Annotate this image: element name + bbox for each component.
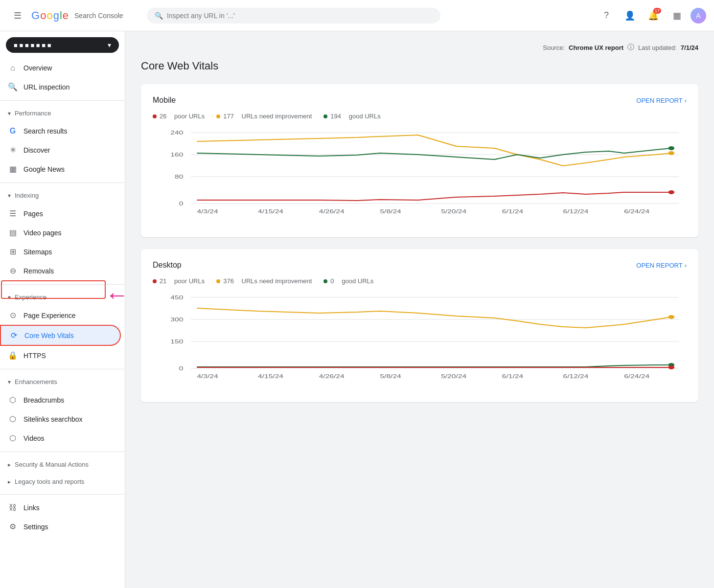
- section-enhancements[interactable]: ▾ Enhancements: [0, 373, 125, 390]
- notifications-button[interactable]: 🔔 17: [644, 6, 663, 25]
- svg-text:4/15/24: 4/15/24: [258, 374, 283, 379]
- svg-text:4/26/24: 4/26/24: [319, 209, 345, 214]
- mobile-improvement-label: URLs need improvement: [242, 113, 312, 120]
- svg-text:5/20/24: 5/20/24: [441, 374, 466, 379]
- mobile-poor-count: 26: [160, 113, 166, 120]
- mobile-open-report-label: OPEN REPORT: [636, 97, 682, 104]
- https-icon: 🔒: [8, 351, 18, 360]
- mobile-chart-svg: 240 160 80 0 4/3/24 4/15/24 4/26/24 5/8/…: [153, 128, 687, 226]
- mobile-poor-legend: 26 poor URLs: [153, 113, 205, 120]
- topbar-actions: ? 👤 🔔 17 ▦ A: [597, 6, 706, 25]
- svg-text:150: 150: [170, 339, 183, 344]
- topbar: ☰ Google Search Console 🔍 ? 👤 🔔 17 ▦ A: [0, 0, 714, 31]
- svg-text:4/3/24: 4/3/24: [197, 209, 218, 214]
- logo-o-red: o: [40, 9, 46, 22]
- arrow-right-icon: ›: [685, 97, 687, 104]
- desktop-legend: 21 poor URLs 376 URLs need improvement 0…: [153, 277, 687, 285]
- sidebar-item-url-inspection[interactable]: 🔍 URL inspection: [0, 77, 121, 96]
- desktop-good-count: 0: [330, 277, 334, 285]
- desktop-card-title: Desktop: [153, 261, 182, 270]
- notification-badge: 17: [653, 8, 661, 14]
- desktop-card: Desktop OPEN REPORT › 21 poor URLs 376 U…: [141, 249, 698, 402]
- sidebar-item-sitemaps[interactable]: ⊞ Sitemaps: [0, 242, 121, 261]
- nav-label-page-experience: Page Experience: [23, 312, 76, 319]
- nav-label-url-inspection: URL inspection: [23, 83, 69, 91]
- good-dot: [323, 114, 327, 118]
- help-icon[interactable]: ?: [597, 6, 616, 25]
- section-performance[interactable]: ▾ Performance: [0, 105, 125, 122]
- poor-dot: [153, 114, 157, 118]
- page-experience-icon: ⊙: [8, 311, 18, 320]
- divider-2: [0, 182, 125, 183]
- sidebar-item-sitelinks-searchbox[interactable]: ⬡ Sitelinks searchbox: [0, 409, 121, 426]
- nav-label-breadcrumbs: Breadcrumbs: [23, 396, 64, 404]
- property-selector[interactable]: ■ ■ ■ ■ ■ ■ ■ ▾: [6, 37, 119, 53]
- svg-text:0: 0: [179, 201, 184, 206]
- desktop-open-report-link[interactable]: OPEN REPORT ›: [636, 262, 687, 269]
- sidebar-item-core-web-vitals[interactable]: ⟳ Core Web Vitals: [0, 325, 121, 346]
- svg-text:5/20/24: 5/20/24: [441, 209, 466, 214]
- mobile-open-report-link[interactable]: OPEN REPORT ›: [636, 97, 687, 104]
- sidebar-item-search-results[interactable]: G Search results: [0, 122, 121, 140]
- mobile-good-label: good URLs: [349, 113, 381, 120]
- divider-1: [0, 100, 125, 101]
- nav-label-pages: Pages: [23, 210, 43, 218]
- mobile-poor-label: poor URLs: [174, 113, 205, 120]
- sidebar-item-https[interactable]: 🔒 HTTPS: [0, 346, 121, 365]
- svg-text:6/12/24: 6/12/24: [563, 209, 589, 214]
- sidebar-item-breadcrumbs[interactable]: ⬡ Breadcrumbs: [0, 390, 121, 409]
- improvement-dot: [216, 114, 220, 118]
- svg-text:4/26/24: 4/26/24: [319, 374, 345, 379]
- section-label-performance: Performance: [15, 110, 51, 117]
- sidebar: ■ ■ ■ ■ ■ ■ ■ ▾ ⌂ Overview 🔍 URL inspect…: [0, 31, 125, 426]
- source-bar: Source: Chrome UX report ⓘ Last updated:…: [141, 43, 698, 52]
- sidebar-item-pages[interactable]: ☰ Pages: [0, 204, 121, 223]
- sidebar-item-discover[interactable]: ✳ Discover: [0, 140, 121, 159]
- search-input[interactable]: [167, 12, 433, 20]
- sitemap-icon: ⊞: [8, 247, 18, 256]
- sidebar-item-google-news[interactable]: ▦ Google News: [0, 159, 121, 179]
- manage-users-icon[interactable]: 👤: [620, 6, 640, 25]
- sidebar-item-removals[interactable]: ⊖ Removals: [0, 261, 121, 280]
- section-indexing[interactable]: ▾ Indexing: [0, 187, 125, 204]
- search-icon: 🔍: [8, 82, 18, 91]
- nav-label-sitemaps: Sitemaps: [23, 248, 52, 256]
- desktop-good-label: good URLs: [342, 277, 373, 285]
- mobile-card-header: Mobile OPEN REPORT ›: [153, 96, 687, 105]
- nav-label-https: HTTPS: [23, 352, 46, 360]
- main-content: Source: Chrome UX report ⓘ Last updated:…: [125, 31, 714, 426]
- nav-label-search-results: Search results: [23, 127, 67, 135]
- mobile-chart: 240 160 80 0 4/3/24 4/15/24 4/26/24 5/8/…: [153, 128, 687, 226]
- sidebar-item-overview[interactable]: ⌂ Overview: [0, 59, 121, 77]
- desktop-card-header: Desktop OPEN REPORT ›: [153, 261, 687, 270]
- last-updated-label: Last updated:: [638, 44, 677, 51]
- last-updated-value: 7/1/24: [681, 44, 698, 51]
- divider-3: [0, 284, 125, 285]
- svg-text:6/1/24: 6/1/24: [502, 374, 523, 379]
- svg-text:160: 160: [170, 152, 183, 158]
- svg-point-35: [668, 315, 674, 319]
- svg-point-17: [668, 146, 674, 150]
- section-experience[interactable]: ▾ Experience: [0, 289, 125, 306]
- svg-text:4/15/24: 4/15/24: [258, 209, 283, 214]
- svg-text:6/1/24: 6/1/24: [502, 209, 523, 214]
- avatar[interactable]: A: [691, 8, 706, 23]
- chevron-icon-4: ▾: [8, 379, 11, 385]
- arrow-right-icon-2: ›: [685, 262, 687, 269]
- nav-label-google-news: Google News: [23, 165, 65, 173]
- search-bar[interactable]: 🔍: [147, 8, 440, 23]
- logo-e-red: e: [63, 9, 69, 22]
- svg-text:0: 0: [179, 366, 184, 371]
- video-icon: ▤: [8, 228, 18, 237]
- info-icon[interactable]: ⓘ: [627, 43, 634, 52]
- svg-text:450: 450: [170, 295, 183, 300]
- chevron-icon: ▾: [8, 110, 11, 117]
- mobile-improvement-count: 177: [223, 113, 234, 120]
- logo-area: ☰ Google Search Console: [8, 6, 135, 25]
- sidebar-item-video-pages[interactable]: ▤ Video pages: [0, 223, 121, 242]
- hamburger-icon[interactable]: ☰: [8, 6, 27, 25]
- desktop-improvement-legend: 376 URLs need improvement: [216, 277, 312, 285]
- sidebar-item-page-experience[interactable]: ⊙ Page Experience: [0, 306, 121, 325]
- desktop-good-dot: [323, 279, 327, 283]
- apps-grid-icon[interactable]: ▦: [667, 6, 687, 25]
